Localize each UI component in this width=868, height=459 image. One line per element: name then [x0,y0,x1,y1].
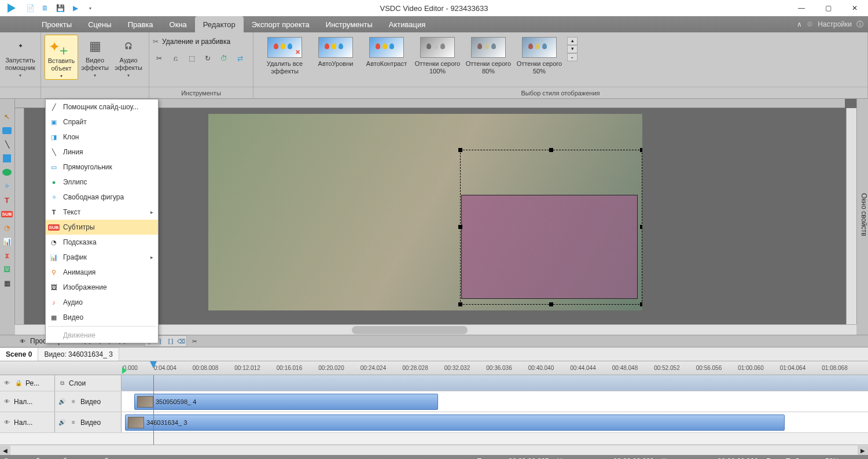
tab-projects[interactable]: Проекты [34,16,80,32]
fx-icon[interactable]: ≡ [69,397,78,406]
playhead-line[interactable] [153,375,154,445]
tab-edit[interactable]: Правка [120,16,161,32]
tab-windows[interactable]: Окна [161,16,195,32]
track-content[interactable]: 346031634_ 3 [122,412,868,432]
dd-slideshow[interactable]: ╱Помощник слайд-шоу... [46,99,158,114]
audio-effects-button[interactable]: 🎧 Аудио эффекты ▾ [112,35,145,79]
selection-bounding-box[interactable] [460,150,642,305]
dd-image[interactable]: 🖼Изображение [46,280,158,295]
tool-chart-icon[interactable]: 📊 [0,235,14,248]
timeline-tab-video[interactable]: Видео: 346031634_ 3 [38,347,119,361]
eye-icon[interactable]: 👁 [2,379,12,388]
tool-cut-icon[interactable]: ✂ [153,52,165,65]
tool-split-icon[interactable]: ⎌ [169,52,182,65]
style-gray80[interactable]: Оттенки серого 80% [465,37,512,75]
dd-tooltip[interactable]: ◔Подсказка [46,235,158,250]
dd-freeform[interactable]: ✧Свободная фигура [46,190,158,205]
layer-icon[interactable]: ⧉ [57,379,67,388]
marker-range-icon[interactable]: ⟦⟧ [165,336,176,346]
tool-speed-icon[interactable]: ⏱ [218,52,230,65]
tab-export[interactable]: Экспорт проекта [244,16,318,32]
style-gray100[interactable]: Оттенки серого 100% [414,37,461,75]
marker-clear-icon[interactable]: ⌫ [176,336,186,346]
scroll-left-icon[interactable]: ◀ [0,446,10,455]
timeline-tab-scene0[interactable]: Scene 0 [0,347,38,361]
style-gray50[interactable]: Оттенки серого 50% [516,37,562,75]
style-autolevels[interactable]: АвтоУровни [312,37,359,68]
maximize-button[interactable]: ▢ [815,0,841,16]
tool-sprite-icon[interactable] [0,124,14,137]
gear-icon[interactable]: ⚙ [807,20,813,28]
insert-object-button[interactable]: ✦＋ Вставить объект ▾ [45,35,78,80]
playback-cut-icon[interactable]: ✂ [189,336,200,346]
resize-handle[interactable] [458,302,462,306]
dd-audio[interactable]: ♪Аудио [46,295,158,310]
tab-tools[interactable]: Инструменты [318,16,381,32]
qat-new-icon[interactable]: 📄 [24,2,36,14]
resize-handle[interactable] [549,302,553,306]
qat-open-icon[interactable]: 🗎 [39,2,51,14]
dd-rect[interactable]: ▭Прямоугольник [46,160,158,175]
settings-link[interactable]: Настройки [818,20,852,28]
qat-play-icon[interactable]: ▶ [69,2,81,14]
tool-video-icon[interactable]: ▦ [0,277,14,290]
qat-more-icon[interactable]: ▾ [84,2,96,14]
tab-scenes[interactable]: Сцены [80,16,119,32]
dd-video[interactable]: ▦Видео [46,310,158,325]
resize-handle[interactable] [549,148,553,152]
qat-save-icon[interactable]: 💾 [54,2,66,14]
properties-panel-tab[interactable]: Окно свойств [856,99,868,324]
resize-handle[interactable] [640,302,642,306]
tool-line-icon[interactable]: ╲ [0,138,14,151]
tool-counter-icon[interactable]: ⧗ [0,249,14,262]
resize-handle[interactable] [640,148,642,152]
tool-image-icon[interactable]: 🖼 [0,263,14,276]
dd-line[interactable]: ╲Линия [46,145,158,160]
dd-text[interactable]: TТекст▸ [46,205,158,220]
track-content[interactable]: 350950598_ 4 [122,391,868,412]
delete-split-icon[interactable]: ✂ [153,38,159,46]
style-autocontrast[interactable]: АвтоКонтраст [363,37,410,68]
resize-handle[interactable] [458,225,462,229]
timeline-scrollbar-horizontal[interactable]: ◀ ▶ [0,445,868,455]
dd-clone[interactable]: ◨Клон [46,129,158,145]
audio-icon[interactable]: 🔊 [57,397,67,406]
tool-rotate-icon[interactable]: ↻ [201,52,214,65]
eye-icon[interactable]: 👁 [2,418,12,427]
audio-icon[interactable]: 🔊 [57,418,67,427]
resize-handle[interactable] [640,225,642,229]
close-button[interactable]: ✕ [841,0,868,16]
tool-rect-icon[interactable] [0,152,14,165]
resize-handle[interactable] [458,148,462,152]
scroll-right-icon[interactable]: ▶ [858,446,868,455]
minimize-button[interactable]: — [788,0,815,16]
eye-icon[interactable]: 👁 [2,397,12,406]
video-effects-button[interactable]: Видео эффекты ▾ [78,35,112,79]
info-icon[interactable]: ⓘ [856,20,863,29]
tool-ellipse-icon[interactable] [0,166,14,179]
preview-main-video[interactable] [208,114,642,310]
canvas-scrollbar-vertical[interactable] [846,108,856,324]
tab-editor[interactable]: Редактор [195,16,244,32]
tab-activation[interactable]: Активация [381,16,433,32]
dd-animation[interactable]: ⚲Анимация [46,265,158,280]
playback-eye-icon[interactable]: 👁 [17,336,28,346]
tool-text-icon[interactable]: T [0,194,14,206]
fx-icon[interactable]: ≡ [69,418,78,427]
time-ruler[interactable]: :0.000 0:04.004 00:08.008 00:12.012 00:1… [0,361,868,375]
tool-freeform-icon[interactable]: ✧ [0,180,14,193]
tool-subtitle-icon[interactable]: SUB [0,208,14,220]
tool-crop-icon[interactable]: ⬚ [185,52,198,65]
timeline-clip[interactable]: 346031634_ 3 [125,414,785,431]
dd-subtitles[interactable]: SUBСубтитры [46,220,158,235]
tool-cursor-icon[interactable]: ↖ [0,110,14,123]
run-assistant-button[interactable]: Запустить помощник ▾ [3,35,37,79]
dd-ellipse[interactable]: ●Эллипс [46,175,158,190]
lock-icon[interactable]: 🔒 [14,379,23,388]
dd-chart[interactable]: 📊График▸ [46,250,158,265]
tool-reverse-icon[interactable]: ⇄ [234,52,247,65]
timeline-clip[interactable]: 350950598_ 4 [134,394,438,410]
style-gallery-scroll[interactable]: ▴▾⌄ [567,37,578,61]
dd-sprite[interactable]: ▣Спрайт [46,114,158,129]
tool-tooltip-icon[interactable]: ◔ [0,221,14,234]
